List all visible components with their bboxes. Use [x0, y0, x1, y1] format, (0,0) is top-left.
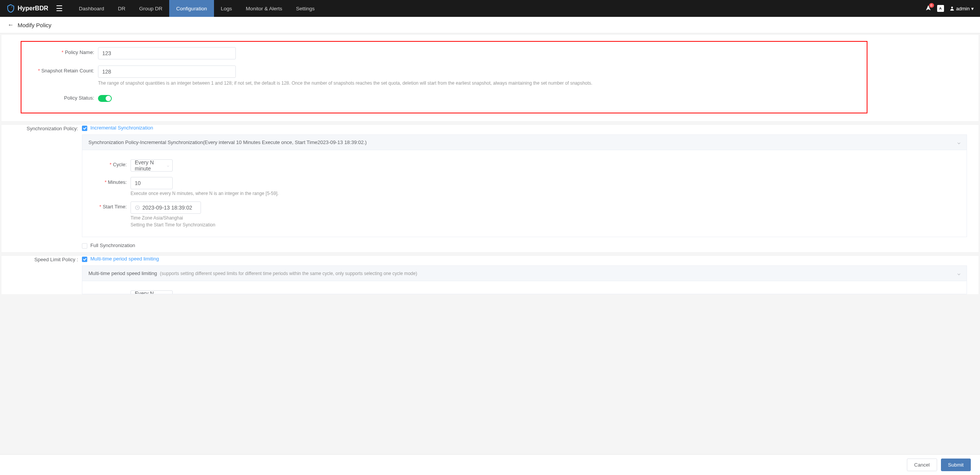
policy-name-row: Policy Name: [25, 47, 863, 59]
notification-icon[interactable]: 0 [925, 5, 932, 13]
chevron-down-icon: ⌵ [167, 163, 169, 167]
nav-monitor-alerts[interactable]: Monitor & Alerts [239, 0, 289, 17]
retain-count-row: Snapshot Retain Count: The range of snap… [25, 66, 863, 87]
user-menu[interactable]: admin ▾ [949, 6, 974, 11]
start-time-row: Start Time: 2023-09-13 18:39:02 Time Zon… [88, 201, 960, 228]
speed-cycle-label: Cycle: [88, 290, 131, 294]
full-sync-row: Full Synchronization [82, 242, 967, 248]
nav-dashboard[interactable]: Dashboard [72, 0, 111, 17]
start-time-input[interactable]: 2023-09-13 18:39:02 [131, 201, 201, 214]
multi-speed-checkbox[interactable] [82, 257, 87, 262]
start-time-label: Start Time: [88, 201, 131, 210]
cycle-row: Cycle: Every N minute ⌵ [88, 159, 960, 172]
speed-collapse-header[interactable]: Multi-time period speed limiting (suppor… [82, 265, 967, 281]
retain-count-help: The range of snapshot quantities is an i… [98, 80, 863, 87]
chevron-down-icon: ⌵ [957, 139, 960, 145]
start-help: Setting the Start Time for Synchronizati… [131, 222, 960, 228]
notification-badge: 0 [929, 3, 934, 8]
policy-name-input[interactable] [98, 47, 236, 59]
minutes-input[interactable] [131, 177, 173, 189]
speed-collapse-hint: (supports setting different speed limits… [160, 271, 417, 276]
retain-count-label: Snapshot Retain Count: [25, 66, 98, 74]
speed-row: Speed Limit Policy : Multi-time period s… [9, 256, 971, 294]
policy-name-label: Policy Name: [25, 47, 98, 55]
nav-logs[interactable]: Logs [214, 0, 239, 17]
sync-row: Synchronization Policy: Incremental Sync… [9, 125, 971, 252]
speed-label: Speed Limit Policy : [9, 256, 82, 262]
user-icon [949, 6, 955, 11]
nav-dr[interactable]: DR [111, 0, 132, 17]
policy-status-label: Policy Status: [25, 93, 98, 101]
incremental-check-label[interactable]: Incremental Synchronization [90, 125, 153, 131]
back-arrow-icon[interactable]: ← [8, 21, 14, 28]
svg-point-0 [11, 7, 12, 7]
username: admin [956, 6, 970, 11]
menu-toggle-icon[interactable]: ☰ [56, 4, 63, 13]
speed-collapse-title: Multi-time period speed limiting [88, 270, 157, 276]
language-icon[interactable]: A [937, 5, 944, 12]
minutes-help: Execute once every N minutes, where N is… [131, 191, 960, 196]
minutes-label: Minutes: [88, 177, 131, 185]
sync-panel: Synchronization Policy: Incremental Sync… [2, 125, 978, 252]
app-header: HyperBDR ☰ Dashboard DR Group DR Configu… [0, 0, 980, 17]
speed-panel: Speed Limit Policy : Multi-time period s… [2, 256, 978, 294]
breadcrumb: ← Modify Policy [0, 17, 980, 33]
policy-panel: Policy Name: Snapshot Retain Count: The … [2, 35, 978, 121]
app-name: HyperBDR [18, 5, 48, 12]
highlight-box: Policy Name: Snapshot Retain Count: The … [21, 41, 867, 113]
multi-speed-label[interactable]: Multi-time period speed limiting [90, 256, 159, 262]
sync-collapse-header[interactable]: Synchronization Policy-Incremental Synch… [82, 134, 967, 150]
full-sync-checkbox[interactable] [82, 243, 87, 249]
minutes-row: Minutes: Execute once every N minutes, w… [88, 177, 960, 196]
page-title: Modify Policy [18, 22, 51, 28]
full-sync-label[interactable]: Full Synchronization [90, 242, 135, 248]
header-right: 0 A admin ▾ [925, 5, 974, 13]
content: Policy Name: Snapshot Retain Count: The … [0, 33, 980, 329]
policy-status-toggle[interactable] [98, 95, 112, 102]
nav-group-dr[interactable]: Group DR [132, 0, 170, 17]
cycle-select[interactable]: Every N minute ⌵ [131, 159, 173, 172]
speed-cycle-select[interactable]: Every N days ⌵ [131, 290, 173, 294]
chevron-down-icon: ▾ [971, 6, 974, 11]
sync-collapse-title: Synchronization Policy-Incremental Synch… [88, 139, 367, 145]
incremental-checkbox[interactable] [82, 126, 87, 131]
nav-settings[interactable]: Settings [289, 0, 322, 17]
sync-collapse-body: Cycle: Every N minute ⌵ Minutes: Exe [82, 150, 967, 237]
speed-cycle-row: Cycle: Every N days ⌵ [88, 290, 960, 294]
multi-speed-check-row: Multi-time period speed limiting [82, 256, 967, 262]
sync-label: Synchronization Policy: [9, 125, 82, 131]
clock-icon [135, 205, 140, 210]
speed-collapse-body: Cycle: Every N days ⌵ [82, 281, 967, 294]
main-nav: Dashboard DR Group DR Configuration Logs… [72, 0, 322, 17]
incremental-check-row: Incremental Synchronization [82, 125, 967, 131]
svg-point-1 [951, 7, 953, 8]
logo[interactable]: HyperBDR [6, 4, 48, 13]
chevron-down-icon: ⌵ [957, 270, 960, 276]
nav-configuration[interactable]: Configuration [169, 0, 214, 17]
policy-status-row: Policy Status: [25, 93, 863, 102]
cycle-label: Cycle: [88, 159, 131, 167]
retain-count-input[interactable] [98, 66, 236, 78]
tz-help: Time Zone Asia/Shanghai [131, 215, 960, 221]
shield-icon [6, 4, 15, 13]
